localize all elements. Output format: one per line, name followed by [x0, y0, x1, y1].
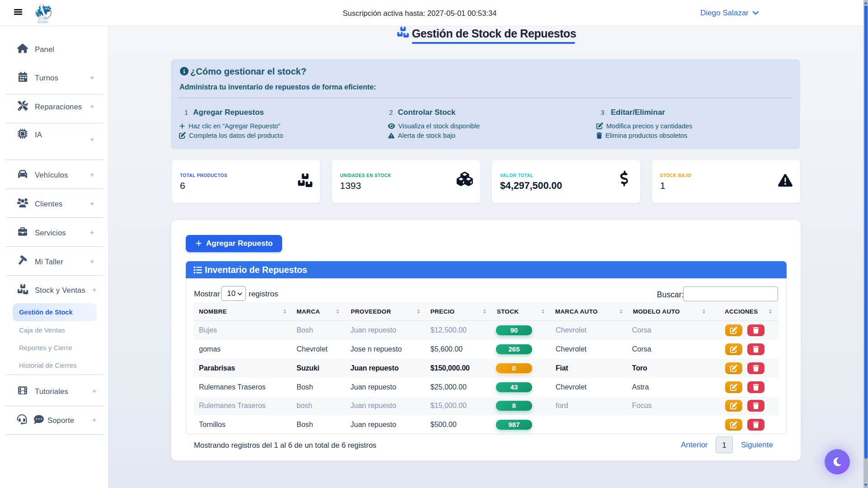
svg-text:SYC: SYC [38, 16, 47, 21]
svg-text:"AUTOMOT": "AUTOMOT" [37, 21, 49, 23]
